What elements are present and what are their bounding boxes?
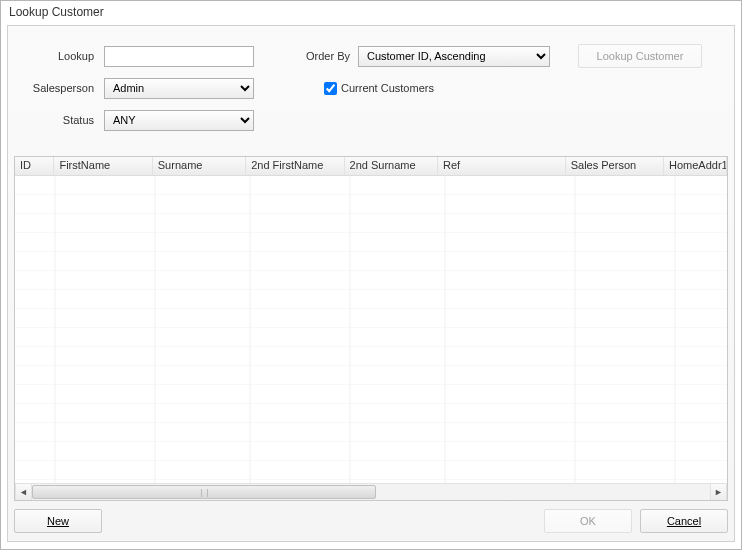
grid-header-row: ID FirstName Surname 2nd FirstName 2nd S… xyxy=(15,157,727,176)
lookup-label: Lookup xyxy=(18,50,104,62)
scroll-right-arrow-icon[interactable]: ► xyxy=(710,484,727,501)
current-customers-label: Current Customers xyxy=(341,82,434,94)
col-header-salesperson[interactable]: Sales Person xyxy=(566,157,664,175)
new-button[interactable]: New xyxy=(14,509,102,533)
lookup-customer-button[interactable]: Lookup Customer xyxy=(578,44,702,68)
status-label: Status xyxy=(18,114,104,126)
ok-button[interactable]: OK xyxy=(544,509,632,533)
lookup-customer-window: Lookup Customer Lookup Order By Customer… xyxy=(0,0,742,550)
col-header-firstname[interactable]: FirstName xyxy=(54,157,152,175)
grid-body[interactable] xyxy=(15,176,727,483)
window-title: Lookup Customer xyxy=(1,1,741,25)
results-grid[interactable]: ID FirstName Surname 2nd FirstName 2nd S… xyxy=(14,156,728,501)
scroll-track[interactable] xyxy=(32,484,710,501)
content-panel: Lookup Order By Customer ID, Ascending L… xyxy=(7,25,735,542)
current-customers-checkbox[interactable] xyxy=(324,82,337,95)
col-header-homeaddr1[interactable]: HomeAddr1 xyxy=(664,157,727,175)
col-header-id[interactable]: ID xyxy=(15,157,54,175)
footer-buttons: New OK Cancel xyxy=(14,507,728,535)
col-header-surname[interactable]: Surname xyxy=(153,157,246,175)
status-select[interactable]: ANY xyxy=(104,110,254,131)
salesperson-label: Salesperson xyxy=(18,82,104,94)
form-area: Lookup Order By Customer ID, Ascending L… xyxy=(8,26,734,146)
orderby-select[interactable]: Customer ID, Ascending xyxy=(358,46,550,67)
scroll-thumb[interactable] xyxy=(32,485,376,499)
salesperson-select[interactable]: Admin xyxy=(104,78,254,99)
cancel-button[interactable]: Cancel xyxy=(640,509,728,533)
lookup-input[interactable] xyxy=(104,46,254,67)
horizontal-scrollbar[interactable]: ◄ ► xyxy=(15,483,727,500)
col-header-2nd-firstname[interactable]: 2nd FirstName xyxy=(246,157,344,175)
scroll-left-arrow-icon[interactable]: ◄ xyxy=(15,484,32,501)
col-header-ref[interactable]: Ref xyxy=(438,157,566,175)
col-header-2nd-surname[interactable]: 2nd Surname xyxy=(345,157,438,175)
orderby-label: Order By xyxy=(298,50,358,62)
